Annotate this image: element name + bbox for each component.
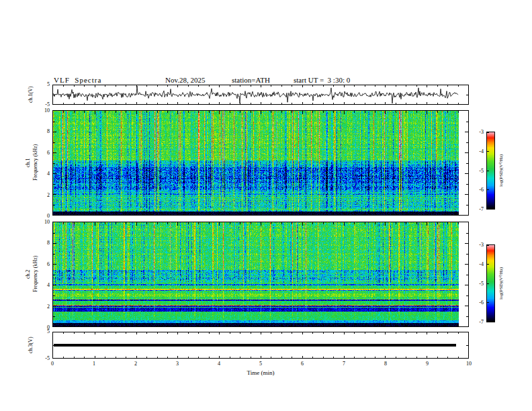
tick-label: 6: [296, 361, 309, 367]
ch2-colorbar-tick-labels: -3-4-5-6-7: [469, 242, 484, 325]
time-axis-tick-labels: 012345678910: [46, 361, 476, 367]
tick-label: 0: [46, 361, 59, 367]
ch1-colorbar-tick-labels: -3-4-5-6-7: [469, 129, 484, 212]
tick-label: -5: [479, 168, 484, 174]
tick-label: -7: [479, 319, 484, 325]
tick-label: -6: [479, 187, 484, 193]
tick-label: -3: [479, 129, 484, 135]
ch2-colorbar-canvas: [487, 245, 494, 322]
tick-label: 10: [44, 107, 50, 113]
ch1-waveform-canvas: [53, 85, 468, 104]
tick-label: -4: [479, 148, 484, 154]
ch3-waveform-canvas: [53, 332, 468, 358]
ch1-spectrogram-ytick-labels: 1086420: [34, 107, 50, 219]
ch3-waveform-panel: [52, 332, 469, 359]
ch1-waveform-ytick-labels: 5-5: [34, 81, 50, 107]
tick-label: -5: [45, 101, 50, 107]
tick-label: 3: [171, 361, 184, 367]
tick-label: 2: [47, 304, 50, 310]
tick-label: -6: [479, 300, 484, 306]
ch1-spectrogram-panel: [52, 110, 469, 216]
ch1-colorbar: [486, 132, 495, 210]
start-ut-label: start UT = 3 :30: 0: [294, 76, 350, 84]
tick-label: 6: [47, 150, 50, 156]
tick-label: 6: [47, 261, 50, 267]
tick-label: 4: [212, 361, 226, 367]
tick-label: 2: [47, 192, 50, 198]
tick-label: 1: [87, 361, 101, 367]
tick-label: -5: [479, 281, 484, 287]
ch2-spectrogram-canvas: [53, 222, 468, 326]
ch1-colorbar-canvas: [487, 132, 494, 209]
tick-label: 5: [47, 328, 50, 334]
tick-label: 4: [47, 282, 50, 288]
ch2-spectrogram-ytick-labels: 1086420: [34, 219, 50, 330]
ch1-spectrogram-canvas: [53, 111, 468, 215]
tick-label: 0: [47, 213, 50, 219]
ch1-spectrogram-channel-label: ch.1: [24, 122, 32, 203]
ch2-spectrogram-channel-label: ch.2: [24, 234, 32, 314]
tick-label: 7: [337, 361, 351, 367]
ch3-waveform-ytick-labels: 5-5: [34, 328, 50, 361]
tick-label: 10: [44, 219, 50, 225]
station-label: station=ATH: [232, 76, 270, 84]
tick-label: -7: [479, 206, 484, 212]
ch2-colorbar: [486, 244, 495, 322]
tick-label: 5: [254, 361, 267, 367]
tick-label: 8: [379, 361, 392, 367]
time-axis-label: Time (min): [52, 369, 469, 376]
ch2-spectrogram-panel: [52, 222, 469, 327]
tick-label: 5: [47, 81, 50, 87]
plot-date: Nov.28, 2025: [165, 76, 205, 84]
ch2-colorbar-label: log(PSD)(V²/Hz): [498, 243, 505, 324]
tick-label: 4: [47, 171, 50, 177]
tick-label: -4: [479, 261, 484, 267]
tick-label: 8: [47, 240, 50, 246]
vlf-spectra-figure: VLF Spectra Nov.28, 2025 station=ATH sta…: [0, 0, 532, 411]
ch1-waveform-panel: [52, 85, 469, 105]
tick-label: 10: [462, 361, 476, 367]
tick-label: 2: [129, 361, 142, 367]
tick-label: -3: [479, 242, 484, 248]
ch1-colorbar-label: log(PSD)(V²/Hz): [498, 130, 505, 211]
tick-label: 8: [47, 128, 50, 134]
tick-label: 9: [420, 361, 434, 367]
plot-title: VLF Spectra: [54, 76, 101, 84]
